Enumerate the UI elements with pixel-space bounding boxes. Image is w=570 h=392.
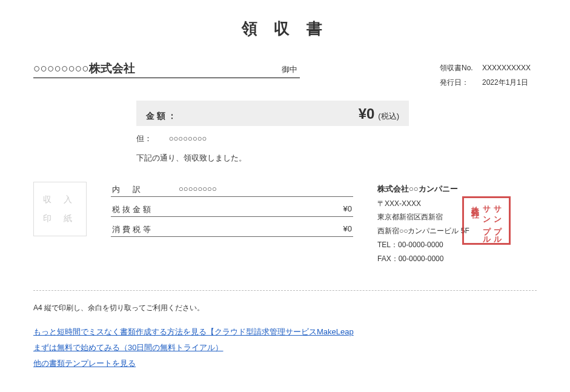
recipient-block: ○○○○○○○○株式会社 御中	[33, 61, 300, 78]
recipient-suffix: 御中	[276, 64, 300, 75]
link-trial[interactable]: まずは無料で始めてみる（30日間の無料トライアル）	[33, 343, 223, 352]
footer-separator	[33, 290, 537, 291]
issuer-block: 株式会社○○カンパニー 〒XXX-XXXX 東京都新宿区西新宿 西新宿○○カンパ…	[377, 182, 499, 266]
issue-date-label: 発行日：	[440, 75, 482, 90]
revenue-stamp-text: 収 入 印 紙	[43, 190, 77, 228]
receipt-no-value: XXXXXXXXXX	[482, 61, 537, 75]
recipient-name: ○○○○○○○○株式会社	[33, 61, 276, 76]
issue-date-value: 2022年1月1日	[482, 75, 537, 90]
amount-tax-note: (税込)	[378, 111, 399, 122]
breakdown-label: 消費税等	[112, 224, 167, 235]
document-title: 領 収 書	[33, 18, 537, 39]
tel-value: 00-0000-0000	[398, 241, 443, 249]
receipt-no-label: 領収書No.	[440, 61, 482, 75]
meta-receipt-no: 領収書No. XXXXXXXXXX	[440, 61, 537, 75]
breakdown-value: ○○○○○○○○	[167, 184, 352, 195]
meta-issue-date: 発行日： 2022年1月1日	[440, 75, 537, 90]
breakdown-value: ¥0	[167, 204, 352, 215]
revenue-stamp-box: 収 入 印 紙	[33, 182, 87, 236]
breakdown-row: 消費税等 ¥0	[111, 222, 353, 237]
issuer-fax: FAX：00-0000-0000	[377, 252, 499, 266]
proviso-label: 但：	[136, 133, 167, 144]
fax-label: FAX：	[377, 254, 399, 263]
link-other-templates[interactable]: 他の書類テンプレートを見る	[33, 359, 136, 368]
breakdown-row: 内 訳 ○○○○○○○○	[111, 182, 353, 197]
breakdown-value: ¥0	[167, 224, 352, 235]
breakdown-block: 内 訳 ○○○○○○○○ 税抜金額 ¥0 消費税等 ¥0	[111, 182, 353, 237]
tel-label: TEL：	[377, 241, 398, 249]
issuer-name: 株式会社○○カンパニー	[377, 182, 499, 197]
company-seal: サンプル サンプル 株式会社	[462, 196, 511, 245]
lower-row: 収 入 印 紙 内 訳 ○○○○○○○○ 税抜金額 ¥0 消費税等 ¥0 株式会…	[33, 182, 537, 266]
link-makeleap[interactable]: もっと短時間でミスなく書類作成する方法を見る【クラウド型請求管理サービスMake…	[33, 327, 354, 336]
print-note: A4 縦で印刷し、余白を切り取ってご利用ください。	[33, 303, 537, 313]
main-block: 金額： ¥0 (税込) 但： ○○○○○○○○ 下記の通り、領収致しました。	[136, 101, 409, 164]
header-row: ○○○○○○○○株式会社 御中 領収書No. XXXXXXXXXX 発行日： 2…	[33, 61, 537, 90]
meta-block: 領収書No. XXXXXXXXXX 発行日： 2022年1月1日	[440, 61, 537, 90]
fax-value: 00-0000-0000	[399, 254, 444, 263]
proviso-row: 但： ○○○○○○○○	[136, 133, 409, 144]
seal-text: サンプル サンプル 株式会社	[470, 200, 503, 241]
received-text: 下記の通り、領収致しました。	[136, 153, 409, 164]
proviso-value: ○○○○○○○○	[169, 134, 207, 143]
links-block: もっと短時間でミスなく書類作成する方法を見る【クラウド型請求管理サービスMake…	[33, 324, 537, 371]
breakdown-row: 税抜金額 ¥0	[111, 202, 353, 217]
amount-box: 金額： ¥0 (税込)	[136, 101, 409, 126]
amount-value: ¥0	[194, 105, 374, 122]
breakdown-label: 税抜金額	[112, 204, 167, 215]
amount-label: 金額：	[146, 111, 194, 122]
breakdown-label: 内 訳	[112, 184, 167, 195]
